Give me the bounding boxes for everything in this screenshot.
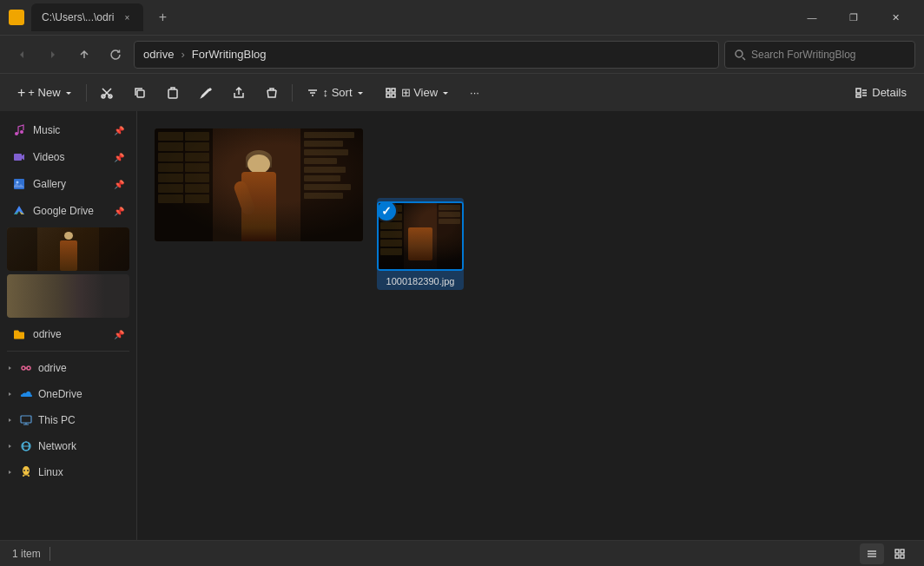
minimize-button[interactable]: — xyxy=(792,4,832,30)
sidebar-item-linux[interactable]: Linux xyxy=(0,459,136,485)
sidebar-item-music[interactable]: Music 📌 xyxy=(3,117,133,143)
details-icon xyxy=(855,87,868,99)
odrive-tree-chevron xyxy=(7,365,14,372)
cut-icon xyxy=(101,87,113,99)
cmd-sep-1 xyxy=(86,84,87,102)
videos-label: Videos xyxy=(33,151,107,163)
thispc-chevron xyxy=(7,417,14,424)
window-controls: — ❐ ✕ xyxy=(792,4,915,30)
view-icon xyxy=(385,87,397,99)
svg-rect-9 xyxy=(392,94,395,97)
statusbar-right xyxy=(860,543,912,564)
view-label: ⊞ View xyxy=(401,86,439,99)
cut-button[interactable] xyxy=(92,79,122,107)
new-tab-button[interactable]: + xyxy=(150,5,175,30)
svg-point-0 xyxy=(736,50,742,57)
file-item-large[interactable] xyxy=(155,128,363,241)
linux-icon xyxy=(19,465,33,479)
rename-button[interactable] xyxy=(191,79,221,107)
odrive-pinned-label: odrive xyxy=(33,328,107,340)
search-box[interactable]: Search ForWritingBlog xyxy=(724,41,915,69)
view-list-button[interactable] xyxy=(860,543,884,564)
close-button[interactable]: ✕ xyxy=(875,4,915,30)
forward-button[interactable] xyxy=(40,42,66,68)
onedrive-icon xyxy=(19,387,33,401)
svg-rect-10 xyxy=(856,89,861,93)
gallery-icon xyxy=(12,177,26,191)
commandbar: + + New ↕ Sort ⊞ View ··· Details xyxy=(0,73,924,111)
rename-icon xyxy=(200,87,212,99)
sidebar-item-googledrive[interactable]: Google Drive 📌 xyxy=(3,198,133,224)
new-button[interactable]: + + New xyxy=(9,79,81,107)
svg-rect-8 xyxy=(386,94,390,97)
svg-rect-6 xyxy=(386,89,390,92)
onedrive-label: OneDrive xyxy=(38,388,129,400)
content-area[interactable]: ✓ xyxy=(137,111,924,540)
delete-button[interactable] xyxy=(257,79,287,107)
svg-point-21 xyxy=(27,366,30,370)
sort-icon xyxy=(307,87,319,99)
sort-label: ↕ Sort xyxy=(323,86,353,99)
svg-point-20 xyxy=(22,366,25,370)
search-placeholder: Search ForWritingBlog xyxy=(751,49,856,61)
close-tab-button[interactable]: × xyxy=(121,11,133,23)
sidebar-item-onedrive[interactable]: OneDrive xyxy=(0,381,136,407)
path-current[interactable]: ForWritingBlog xyxy=(192,48,267,61)
paste-icon xyxy=(167,87,179,99)
sidebar-item-gallery[interactable]: Gallery 📌 xyxy=(3,171,133,197)
titlebar-tab[interactable]: C:\Users\...\odri × xyxy=(31,3,143,31)
new-dropdown-icon xyxy=(65,89,72,96)
svg-rect-11 xyxy=(856,95,861,97)
tab-title: C:\Users\...\odri xyxy=(42,11,114,23)
share-button[interactable] xyxy=(224,79,254,107)
file-name-1: 1000182390.jpg xyxy=(386,276,455,286)
svg-line-1 xyxy=(742,57,745,60)
back-button[interactable] xyxy=(9,42,35,68)
thispc-icon xyxy=(19,413,33,427)
sort-dropdown-icon xyxy=(357,89,364,96)
more-button[interactable]: ··· xyxy=(461,79,488,107)
odrive-tree-icon xyxy=(19,361,33,375)
sidebar-color-strip xyxy=(7,274,129,318)
svg-rect-22 xyxy=(21,416,31,423)
file-grid: ✓ xyxy=(155,128,907,290)
sidebar-item-network[interactable]: Network xyxy=(0,433,136,459)
sidebar: Music 📌 Videos 📌 Gallery 📌 Google Drive … xyxy=(0,111,137,540)
path-root[interactable]: odrive xyxy=(143,48,174,61)
svg-rect-35 xyxy=(895,555,899,558)
cmd-sep-2 xyxy=(292,84,293,102)
thispc-label: This PC xyxy=(38,414,129,426)
sidebar-item-odrive-pinned[interactable]: odrive 📌 xyxy=(3,321,133,347)
list-view-icon xyxy=(866,548,878,560)
network-label: Network xyxy=(38,440,129,452)
details-button[interactable]: Details xyxy=(847,79,915,107)
sidebar-item-videos[interactable]: Videos 📌 xyxy=(3,144,133,170)
odrive-folder-icon xyxy=(12,327,26,341)
titlebar: C:\Users\...\odri × + — ❐ ✕ xyxy=(0,0,924,35)
path-separator-1: › xyxy=(181,48,184,61)
refresh-button[interactable] xyxy=(102,42,129,68)
svg-rect-33 xyxy=(895,550,899,553)
svg-point-16 xyxy=(20,130,23,134)
paste-button[interactable] xyxy=(158,79,188,107)
share-icon xyxy=(233,87,245,99)
up-button[interactable] xyxy=(71,42,97,68)
view-button[interactable]: ⊞ View xyxy=(376,79,459,107)
maximize-button[interactable]: ❐ xyxy=(834,4,874,30)
svg-rect-17 xyxy=(14,154,22,161)
onedrive-chevron xyxy=(7,391,14,398)
sidebar-item-thispc[interactable]: This PC xyxy=(0,407,136,433)
gallery-pin: 📌 xyxy=(114,180,124,189)
sidebar-item-odrive-tree[interactable]: odrive xyxy=(0,355,136,381)
sort-button[interactable]: ↕ Sort xyxy=(298,79,373,107)
music-icon xyxy=(12,123,26,137)
svg-point-26 xyxy=(23,470,25,471)
search-icon xyxy=(734,49,746,61)
file-item-1[interactable]: ✓ xyxy=(377,198,464,290)
grid-view-icon xyxy=(894,548,906,560)
view-grid-button[interactable] xyxy=(888,543,912,564)
new-icon: + xyxy=(17,85,25,101)
copy-button[interactable] xyxy=(125,79,155,107)
address-path[interactable]: odrive › ForWritingBlog xyxy=(134,41,719,69)
status-divider xyxy=(50,547,50,561)
